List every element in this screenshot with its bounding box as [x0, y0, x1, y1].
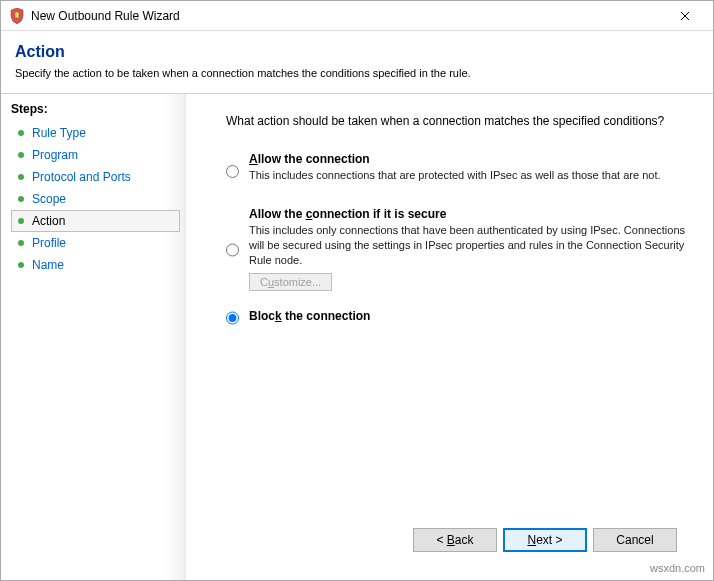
step-label: Program [32, 148, 78, 162]
bullet-icon [18, 218, 24, 224]
window-title: New Outbound Rule Wizard [31, 9, 665, 23]
app-icon [9, 8, 25, 24]
bullet-icon [18, 240, 24, 246]
step-item-program[interactable]: Program [11, 144, 180, 166]
page-subtitle: Specify the action to be taken when a co… [15, 67, 699, 79]
step-label: Action [32, 214, 65, 228]
svg-rect-0 [15, 12, 19, 18]
step-label: Protocol and Ports [32, 170, 131, 184]
option-allow-secure-desc: This includes only connections that have… [249, 223, 693, 268]
step-item-scope[interactable]: Scope [11, 188, 180, 210]
bullet-icon [18, 152, 24, 158]
close-button[interactable] [665, 1, 705, 30]
step-item-action[interactable]: Action [11, 210, 180, 232]
step-label: Rule Type [32, 126, 86, 140]
radio-allow-secure[interactable] [226, 209, 239, 292]
step-label: Name [32, 258, 64, 272]
step-label: Scope [32, 192, 66, 206]
wizard-header: Action Specify the action to be taken wh… [1, 31, 713, 93]
option-allow-title: Allow the connection [249, 152, 693, 166]
action-prompt: What action should be taken when a conne… [226, 114, 693, 128]
customize-button: Customize... [249, 273, 332, 291]
step-item-name[interactable]: Name [11, 254, 180, 276]
steps-sidebar: Steps: Rule TypeProgramProtocol and Port… [1, 94, 186, 580]
close-icon [680, 11, 690, 21]
steps-label: Steps: [11, 102, 180, 116]
radio-allow[interactable] [226, 154, 239, 189]
back-button[interactable]: < Back [413, 528, 497, 552]
bullet-icon [18, 174, 24, 180]
titlebar: New Outbound Rule Wizard [1, 1, 713, 31]
watermark: wsxdn.com [650, 562, 705, 574]
radio-block[interactable] [226, 311, 239, 325]
option-block: Block the connection [226, 309, 693, 325]
option-allow: Allow the connection This includes conne… [226, 152, 693, 189]
step-item-profile[interactable]: Profile [11, 232, 180, 254]
bullet-icon [18, 130, 24, 136]
option-allow-secure-title: Allow the connection if it is secure [249, 207, 693, 221]
bullet-icon [18, 262, 24, 268]
option-allow-secure: Allow the connection if it is secure Thi… [226, 207, 693, 292]
bullet-icon [18, 196, 24, 202]
step-label: Profile [32, 236, 66, 250]
step-item-protocol-and-ports[interactable]: Protocol and Ports [11, 166, 180, 188]
step-item-rule-type[interactable]: Rule Type [11, 122, 180, 144]
option-allow-desc: This includes connections that are prote… [249, 168, 693, 183]
page-title: Action [15, 43, 699, 61]
cancel-button[interactable]: Cancel [593, 528, 677, 552]
next-button[interactable]: Next > [503, 528, 587, 552]
content-area: What action should be taken when a conne… [186, 94, 713, 580]
option-block-title: Block the connection [249, 309, 693, 323]
wizard-footer: < Back Next > Cancel [226, 516, 693, 570]
